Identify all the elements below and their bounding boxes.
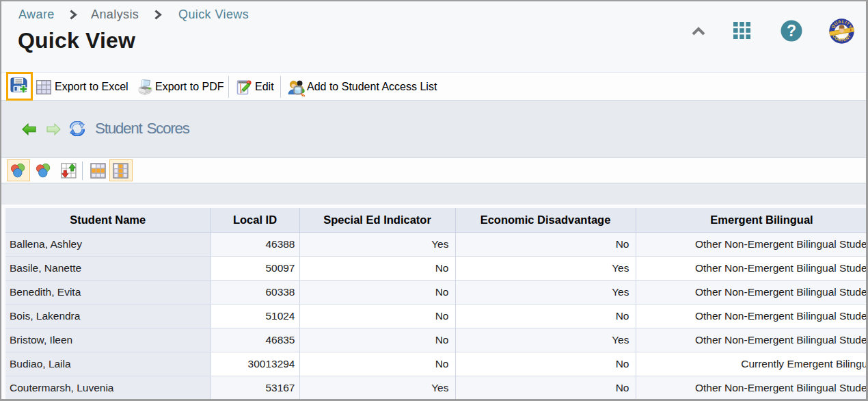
svg-text:?: ? — [787, 22, 796, 40]
